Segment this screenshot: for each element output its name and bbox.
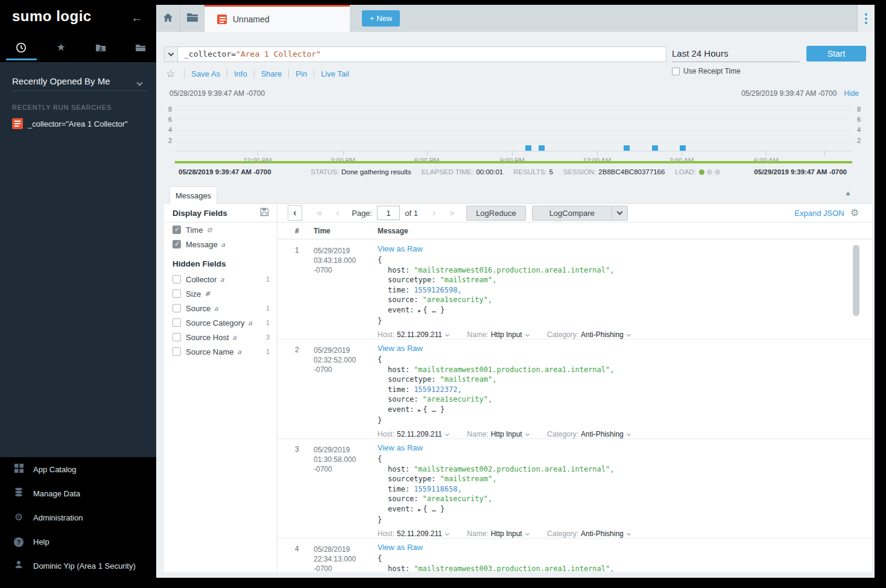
- library-tab[interactable]: [134, 41, 147, 54]
- histogram-bar[interactable]: [525, 145, 531, 151]
- histogram-bar[interactable]: [624, 145, 630, 151]
- shared-content-tab[interactable]: [94, 41, 107, 54]
- recent-search-item[interactable]: _collector="Area 1 Collector": [12, 118, 151, 129]
- recents-tab[interactable]: [14, 41, 28, 54]
- checkbox[interactable]: [172, 289, 181, 298]
- kebab-menu-button[interactable]: [857, 5, 875, 32]
- field-row-source-host[interactable]: Source Host a 3: [164, 330, 277, 344]
- collapse-panel-icon[interactable]: ▲: [844, 189, 852, 197]
- pin-link[interactable]: Pin: [296, 69, 307, 78]
- field-row-message[interactable]: Message a: [164, 237, 277, 251]
- tab-unnamed[interactable]: Unnamed: [204, 5, 350, 32]
- save-as-link[interactable]: Save As: [191, 69, 220, 78]
- live-tail-link[interactable]: Live Tail: [321, 69, 349, 78]
- field-row-time[interactable]: Time ⊙: [164, 223, 277, 237]
- query-history-dropdown[interactable]: [164, 46, 178, 62]
- tab-messages[interactable]: Messages: [169, 186, 217, 204]
- histogram-bar[interactable]: [652, 145, 658, 151]
- prev-page-button[interactable]: ‹: [336, 207, 338, 218]
- time-range-selector[interactable]: Last 24 Hours: [672, 46, 800, 62]
- logcompare-button[interactable]: LogCompare: [532, 206, 612, 221]
- view-as-raw-link[interactable]: View as Raw: [378, 543, 844, 552]
- chevron-down-icon[interactable]: [445, 332, 449, 336]
- footer-host[interactable]: Host:52.11.209.211: [378, 430, 449, 438]
- receipt-time-checkbox[interactable]: [672, 68, 680, 75]
- field-row-source-name[interactable]: Source Name a 1: [164, 344, 277, 359]
- footer-name[interactable]: Name:Http Input: [467, 330, 528, 339]
- chevron-down-icon[interactable]: [525, 431, 530, 435]
- scrollbar-thumb[interactable]: [853, 245, 859, 316]
- share-link[interactable]: Share: [261, 69, 282, 78]
- clock-icon: [14, 42, 28, 53]
- library-button[interactable]: [180, 5, 204, 32]
- sidebar-item-manage-data[interactable]: Manage Data: [0, 481, 156, 505]
- home-button[interactable]: [156, 5, 180, 32]
- favorites-tab[interactable]: ★: [54, 41, 68, 54]
- chevron-down-icon[interactable]: [525, 531, 530, 535]
- field-row-source[interactable]: Source a 1: [164, 301, 277, 315]
- settings-gear-icon[interactable]: ⚙: [850, 208, 859, 218]
- recent-panel-title[interactable]: Recently Opened By Me: [12, 76, 110, 86]
- field-row-source-category[interactable]: Source Category a 1: [164, 315, 277, 330]
- expand-event-icon[interactable]: ▶: [418, 308, 421, 314]
- chevron-down-icon[interactable]: [445, 431, 449, 435]
- view-as-raw-link[interactable]: View as Raw: [378, 344, 844, 353]
- checkbox[interactable]: [172, 318, 181, 327]
- favorite-star-icon[interactable]: ☆: [166, 68, 175, 80]
- chevron-down-icon[interactable]: [627, 431, 631, 435]
- footer-host[interactable]: Host:52.11.209.211: [378, 530, 449, 538]
- save-fields-icon[interactable]: [260, 207, 269, 219]
- checkbox-checked[interactable]: [172, 240, 181, 248]
- use-receipt-time[interactable]: Use Receipt Time: [672, 67, 741, 75]
- field-count: 1: [266, 348, 270, 355]
- sidebar-item-administration[interactable]: ⚙ Administration: [0, 505, 156, 530]
- chevron-down-icon[interactable]: [627, 332, 631, 336]
- hide-histogram-link[interactable]: Hide: [844, 89, 859, 98]
- histogram-bar[interactable]: [680, 145, 686, 151]
- footer-host[interactable]: Host:52.11.209.211: [378, 330, 449, 339]
- page-number-input[interactable]: [377, 206, 400, 220]
- chevron-down-icon[interactable]: [525, 332, 530, 336]
- histogram-bar[interactable]: [539, 145, 545, 151]
- expand-json-link[interactable]: Expand JSON: [794, 209, 844, 218]
- last-page-button[interactable]: »: [449, 207, 454, 218]
- expand-event-icon[interactable]: ▶: [418, 408, 421, 413]
- table-row: 1 05/29/2019 03:43:18.000 -0700 View as …: [277, 240, 872, 340]
- sidebar-item-help[interactable]: ? Help: [0, 530, 156, 554]
- sidebar-item-app-catalog[interactable]: App Catalog: [0, 457, 156, 481]
- logcompare-dropdown[interactable]: [612, 206, 628, 221]
- next-page-button[interactable]: ›: [432, 207, 435, 218]
- new-tab-button[interactable]: + New: [362, 10, 400, 27]
- expand-event-icon[interactable]: ▶: [418, 507, 421, 513]
- sidebar-collapse-button[interactable]: ←: [131, 11, 143, 25]
- checkbox[interactable]: [172, 304, 181, 312]
- checkbox[interactable]: [172, 333, 181, 341]
- chevron-down-icon[interactable]: [445, 531, 449, 535]
- timeline-plot[interactable]: [175, 104, 852, 151]
- footer-category[interactable]: Category:Anti-Phishing: [547, 530, 630, 538]
- info-link[interactable]: Info: [234, 69, 247, 78]
- footer-name[interactable]: Name:Http Input: [467, 530, 528, 538]
- view-as-raw-link[interactable]: View as Raw: [378, 443, 844, 452]
- footer-category[interactable]: Category:Anti-Phishing: [547, 330, 630, 339]
- logreduce-button[interactable]: LogReduce: [466, 206, 526, 221]
- start-button[interactable]: Start: [806, 46, 866, 62]
- row-date: 05/29/2019: [314, 246, 375, 256]
- footer-category[interactable]: Category:Anti-Phishing: [547, 430, 630, 438]
- chevron-down-icon[interactable]: [627, 531, 631, 535]
- view-as-raw-link[interactable]: View as Raw: [378, 244, 844, 253]
- divider: [254, 69, 255, 78]
- checkbox-checked[interactable]: [172, 226, 181, 234]
- field-row-size[interactable]: Size #: [164, 286, 277, 301]
- field-row-collector[interactable]: Collector a 1: [164, 272, 277, 286]
- collapse-fields-button[interactable]: ‹: [288, 205, 302, 221]
- json-value-host: "mailstreamwest016.production.area1.inte…: [414, 266, 614, 274]
- chevron-down-icon[interactable]: [137, 80, 143, 86]
- checkbox[interactable]: [172, 347, 181, 356]
- checkbox[interactable]: [172, 275, 181, 283]
- first-page-button[interactable]: «: [317, 207, 321, 218]
- footer-name[interactable]: Name:Http Input: [467, 430, 528, 438]
- grid-icon: [13, 464, 24, 475]
- search-query-input[interactable]: _collector="Area 1 Collector": [177, 46, 666, 62]
- sidebar-item-account[interactable]: Dominic Yip (Area 1 Security): [0, 554, 156, 578]
